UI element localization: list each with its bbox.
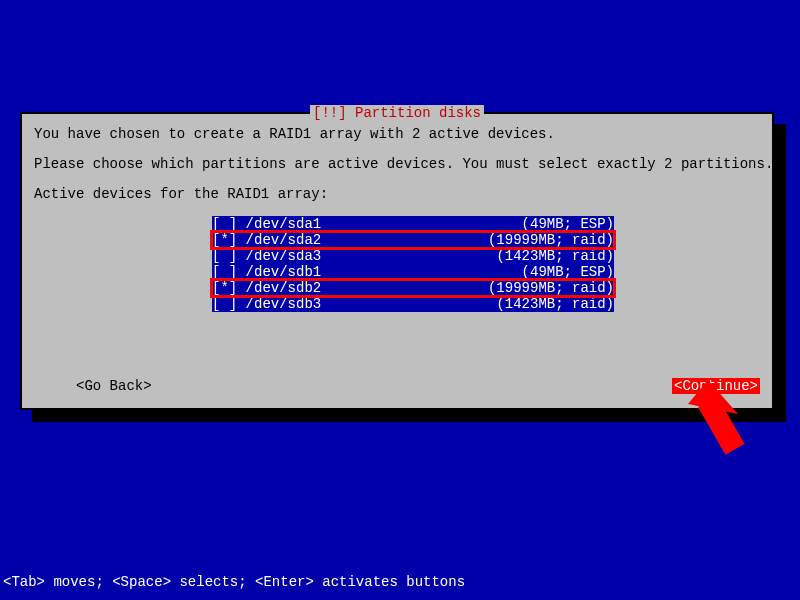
partition-device: [*] /dev/sda2 (212, 232, 321, 248)
partition-info: (1423MB; raid) (321, 296, 614, 312)
intro-line-3: Active devices for the RAID1 array: (34, 186, 760, 202)
partition-row[interactable]: [ ] /dev/sdb1(49MB; ESP) (212, 264, 614, 280)
intro-line-1: You have chosen to create a RAID1 array … (34, 126, 760, 142)
partition-device: [ ] /dev/sda3 (212, 248, 321, 264)
partition-row[interactable]: [ ] /dev/sdb3(1423MB; raid) (212, 296, 614, 312)
partition-info: (49MB; ESP) (321, 264, 614, 280)
continue-button[interactable]: <Continue> (672, 378, 760, 394)
partition-row[interactable]: [ ] /dev/sda3(1423MB; raid) (212, 248, 614, 264)
partition-list: [ ] /dev/sda1(49MB; ESP)[*] /dev/sda2(19… (212, 216, 614, 312)
partition-row[interactable]: [*] /dev/sdb2(19999MB; raid) (212, 280, 614, 296)
dialog-title: [!!] Partition disks (310, 105, 484, 121)
intro-line-2: Please choose which partitions are activ… (34, 156, 760, 172)
go-back-button[interactable]: <Go Back> (34, 378, 152, 394)
partition-row[interactable]: [*] /dev/sda2(19999MB; raid) (212, 232, 614, 248)
partition-device: [ ] /dev/sda1 (212, 216, 321, 232)
partition-info: (49MB; ESP) (321, 216, 614, 232)
partition-device: [ ] /dev/sdb1 (212, 264, 321, 280)
partition-info: (1423MB; raid) (321, 248, 614, 264)
partition-info: (19999MB; raid) (321, 232, 614, 248)
title-text: [!!] Partition disks (313, 105, 481, 121)
status-bar: <Tab> moves; <Space> selects; <Enter> ac… (3, 574, 465, 590)
partition-row[interactable]: [ ] /dev/sda1(49MB; ESP) (212, 216, 614, 232)
partition-device: [ ] /dev/sdb3 (212, 296, 321, 312)
partition-dialog: [!!] Partition disks You have chosen to … (20, 112, 774, 410)
partition-device: [*] /dev/sdb2 (212, 280, 321, 296)
partition-info: (19999MB; raid) (321, 280, 614, 296)
